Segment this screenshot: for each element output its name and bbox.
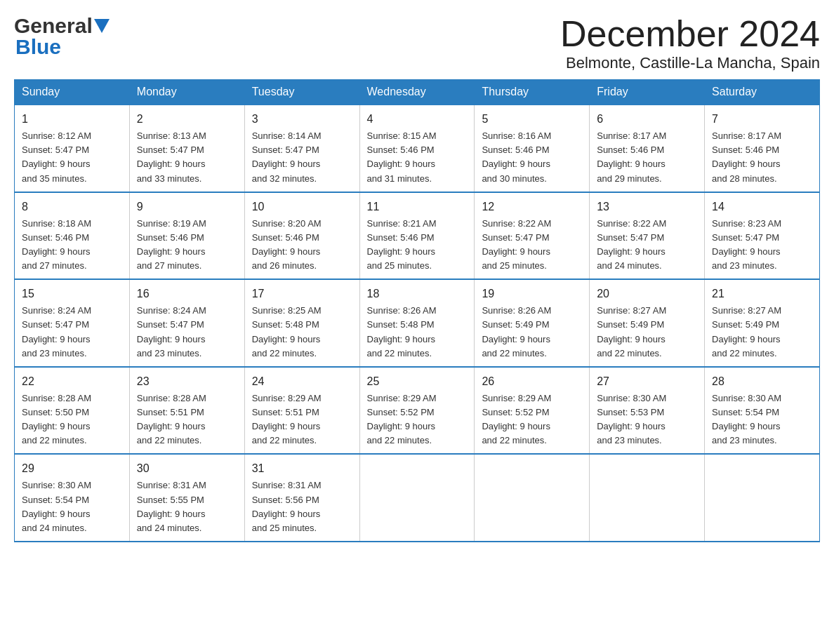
calendar-cell: 27Sunrise: 8:30 AMSunset: 5:53 PMDayligh…	[590, 367, 705, 455]
day-info: Sunrise: 8:31 AMSunset: 5:56 PMDaylight:…	[252, 478, 352, 535]
day-number: 4	[367, 111, 468, 128]
day-info: Sunrise: 8:29 AMSunset: 5:51 PMDaylight:…	[252, 391, 352, 448]
calendar-header-row: Sunday Monday Tuesday Wednesday Thursday…	[15, 80, 820, 105]
calendar-week-row: 22Sunrise: 8:28 AMSunset: 5:50 PMDayligh…	[15, 367, 820, 455]
calendar-cell: 11Sunrise: 8:21 AMSunset: 5:46 PMDayligh…	[359, 192, 475, 280]
col-saturday: Saturday	[705, 80, 820, 105]
calendar-cell: 1Sunrise: 8:12 AMSunset: 5:47 PMDaylight…	[15, 105, 130, 192]
calendar-cell: 20Sunrise: 8:27 AMSunset: 5:49 PMDayligh…	[590, 279, 705, 367]
calendar-cell: 13Sunrise: 8:22 AMSunset: 5:47 PMDayligh…	[590, 192, 705, 280]
svg-marker-0	[94, 19, 110, 33]
day-info: Sunrise: 8:17 AMSunset: 5:46 PMDaylight:…	[597, 129, 697, 186]
calendar-cell	[590, 454, 705, 542]
col-friday: Friday	[590, 80, 705, 105]
day-number: 22	[22, 373, 122, 390]
day-number: 5	[482, 111, 582, 128]
calendar-cell: 7Sunrise: 8:17 AMSunset: 5:46 PMDaylight…	[705, 105, 820, 192]
day-info: Sunrise: 8:24 AMSunset: 5:47 PMDaylight:…	[137, 304, 237, 361]
calendar-week-row: 29Sunrise: 8:30 AMSunset: 5:54 PMDayligh…	[15, 454, 820, 542]
day-info: Sunrise: 8:26 AMSunset: 5:49 PMDaylight:…	[482, 304, 582, 361]
day-info: Sunrise: 8:23 AMSunset: 5:47 PMDaylight:…	[712, 217, 812, 274]
day-number: 16	[137, 286, 237, 302]
day-info: Sunrise: 8:28 AMSunset: 5:51 PMDaylight:…	[137, 391, 237, 448]
day-number: 20	[597, 286, 697, 302]
day-number: 8	[22, 199, 122, 215]
calendar-cell: 30Sunrise: 8:31 AMSunset: 5:55 PMDayligh…	[129, 454, 244, 542]
day-info: Sunrise: 8:22 AMSunset: 5:47 PMDaylight:…	[482, 217, 582, 274]
col-wednesday: Wednesday	[359, 80, 475, 105]
calendar-cell: 15Sunrise: 8:24 AMSunset: 5:47 PMDayligh…	[15, 279, 130, 367]
calendar-cell: 9Sunrise: 8:19 AMSunset: 5:46 PMDaylight…	[129, 192, 244, 280]
day-number: 6	[597, 111, 697, 128]
day-info: Sunrise: 8:21 AMSunset: 5:46 PMDaylight:…	[367, 217, 468, 274]
col-thursday: Thursday	[475, 80, 590, 105]
day-number: 27	[597, 373, 697, 390]
day-number: 31	[252, 460, 352, 477]
day-info: Sunrise: 8:19 AMSunset: 5:46 PMDaylight:…	[137, 217, 237, 274]
month-title: December 2024	[560, 14, 820, 54]
calendar-cell: 21Sunrise: 8:27 AMSunset: 5:49 PMDayligh…	[705, 279, 820, 367]
day-number: 7	[712, 111, 812, 128]
day-number: 23	[137, 373, 237, 390]
calendar-week-row: 15Sunrise: 8:24 AMSunset: 5:47 PMDayligh…	[15, 279, 820, 367]
day-info: Sunrise: 8:24 AMSunset: 5:47 PMDaylight:…	[22, 304, 122, 361]
day-info: Sunrise: 8:27 AMSunset: 5:49 PMDaylight:…	[712, 304, 812, 361]
calendar-cell: 12Sunrise: 8:22 AMSunset: 5:47 PMDayligh…	[475, 192, 590, 280]
day-info: Sunrise: 8:18 AMSunset: 5:46 PMDaylight:…	[22, 217, 122, 274]
calendar-cell: 19Sunrise: 8:26 AMSunset: 5:49 PMDayligh…	[475, 279, 590, 367]
calendar-cell: 2Sunrise: 8:13 AMSunset: 5:47 PMDaylight…	[129, 105, 244, 192]
calendar-cell: 5Sunrise: 8:16 AMSunset: 5:46 PMDaylight…	[475, 105, 590, 192]
day-info: Sunrise: 8:28 AMSunset: 5:50 PMDaylight:…	[22, 391, 122, 448]
day-number: 11	[367, 199, 468, 215]
calendar-cell: 24Sunrise: 8:29 AMSunset: 5:51 PMDayligh…	[244, 367, 359, 455]
day-number: 18	[367, 286, 468, 302]
day-number: 29	[22, 460, 122, 477]
day-info: Sunrise: 8:31 AMSunset: 5:55 PMDaylight:…	[137, 478, 237, 535]
day-info: Sunrise: 8:16 AMSunset: 5:46 PMDaylight:…	[482, 129, 582, 186]
day-number: 2	[137, 111, 237, 128]
day-info: Sunrise: 8:30 AMSunset: 5:54 PMDaylight:…	[22, 478, 122, 535]
calendar-cell: 6Sunrise: 8:17 AMSunset: 5:46 PMDaylight…	[590, 105, 705, 192]
logo-blue-text: Blue	[14, 35, 61, 59]
day-info: Sunrise: 8:14 AMSunset: 5:47 PMDaylight:…	[252, 129, 352, 186]
calendar-cell: 23Sunrise: 8:28 AMSunset: 5:51 PMDayligh…	[129, 367, 244, 455]
day-info: Sunrise: 8:17 AMSunset: 5:46 PMDaylight:…	[712, 129, 812, 186]
day-info: Sunrise: 8:29 AMSunset: 5:52 PMDaylight:…	[367, 391, 468, 448]
calendar-cell: 22Sunrise: 8:28 AMSunset: 5:50 PMDayligh…	[15, 367, 130, 455]
day-number: 25	[367, 373, 468, 390]
calendar-cell: 16Sunrise: 8:24 AMSunset: 5:47 PMDayligh…	[129, 279, 244, 367]
logo-arrow-icon	[94, 19, 110, 34]
day-info: Sunrise: 8:30 AMSunset: 5:54 PMDaylight:…	[712, 391, 812, 448]
calendar-cell: 17Sunrise: 8:25 AMSunset: 5:48 PMDayligh…	[244, 279, 359, 367]
day-info: Sunrise: 8:15 AMSunset: 5:46 PMDaylight:…	[367, 129, 468, 186]
day-info: Sunrise: 8:22 AMSunset: 5:47 PMDaylight:…	[597, 217, 697, 274]
calendar-week-row: 1Sunrise: 8:12 AMSunset: 5:47 PMDaylight…	[15, 105, 820, 192]
calendar-cell: 18Sunrise: 8:26 AMSunset: 5:48 PMDayligh…	[359, 279, 475, 367]
day-number: 30	[137, 460, 237, 477]
day-number: 9	[137, 199, 237, 215]
day-info: Sunrise: 8:13 AMSunset: 5:47 PMDaylight:…	[137, 129, 237, 186]
calendar-cell: 3Sunrise: 8:14 AMSunset: 5:47 PMDaylight…	[244, 105, 359, 192]
calendar-cell: 8Sunrise: 8:18 AMSunset: 5:46 PMDaylight…	[15, 192, 130, 280]
day-number: 10	[252, 199, 352, 215]
logo-general-text: General	[14, 14, 93, 38]
day-number: 13	[597, 199, 697, 215]
calendar-cell: 28Sunrise: 8:30 AMSunset: 5:54 PMDayligh…	[705, 367, 820, 455]
calendar-week-row: 8Sunrise: 8:18 AMSunset: 5:46 PMDaylight…	[15, 192, 820, 280]
page-header: General Blue December 2024 Belmonte, Cas…	[14, 14, 820, 72]
day-info: Sunrise: 8:26 AMSunset: 5:48 PMDaylight:…	[367, 304, 468, 361]
day-number: 14	[712, 199, 812, 215]
day-number: 21	[712, 286, 812, 302]
day-number: 26	[482, 373, 582, 390]
day-info: Sunrise: 8:25 AMSunset: 5:48 PMDaylight:…	[252, 304, 352, 361]
col-monday: Monday	[129, 80, 244, 105]
day-number: 24	[252, 373, 352, 390]
logo: General Blue	[14, 14, 110, 59]
day-number: 28	[712, 373, 812, 390]
calendar-cell: 26Sunrise: 8:29 AMSunset: 5:52 PMDayligh…	[475, 367, 590, 455]
day-number: 15	[22, 286, 122, 302]
calendar-cell: 29Sunrise: 8:30 AMSunset: 5:54 PMDayligh…	[15, 454, 130, 542]
day-info: Sunrise: 8:27 AMSunset: 5:49 PMDaylight:…	[597, 304, 697, 361]
day-info: Sunrise: 8:12 AMSunset: 5:47 PMDaylight:…	[22, 129, 122, 186]
calendar-cell	[359, 454, 475, 542]
